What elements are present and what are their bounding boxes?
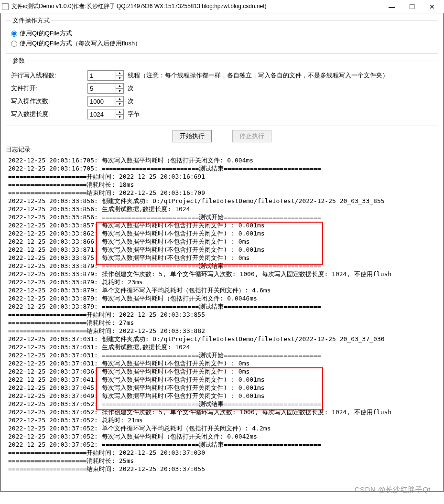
log-line: =====================消耗时长: 27ms	[7, 319, 437, 327]
log-line: 2022-12-25 20:03:37:031: 生成测试数据,数据长度: 10…	[7, 343, 437, 351]
log-line: 2022-12-25 20:03:37:052: 总耗时: 21ms	[7, 416, 437, 424]
log-line: 2022-12-25 20:03:33:879: 每次写入数据平均耗时（包括打开…	[7, 294, 437, 302]
spin-down-icon[interactable]: ▼	[116, 115, 123, 119]
log-line: 2022-12-25 20:03:33:879: 单个文件循环写入平均总耗时（包…	[7, 286, 437, 294]
spin-down-icon[interactable]: ▼	[116, 102, 123, 107]
log-line: =====================消耗时长: 25ms	[7, 457, 437, 465]
threads-note: 线程（注意：每个线程操作都一样，各自独立，写入各自的文件，不是多线程写入一个文件…	[128, 71, 389, 80]
stop-button[interactable]: 停止执行	[232, 130, 271, 142]
mode-qfile-flush-label: 使用Qt的QFile方式（每次写入后使用flush）	[20, 39, 141, 48]
mode-qfile-radio[interactable]	[11, 31, 17, 37]
spin-up-icon[interactable]: ▲	[116, 109, 123, 115]
len-spinbox[interactable]: ▲▼	[87, 109, 124, 119]
log-label: 日志记录	[6, 145, 438, 154]
close-button[interactable]: ✕	[422, 0, 442, 13]
mode-qfile-flush-radio[interactable]	[11, 41, 17, 47]
open-label: 文件打开:	[11, 84, 87, 93]
log-line: 2022-12-25 20:03:33:857: 每次写入数据平均耗时(不包含打…	[7, 221, 437, 229]
log-line: 2022-12-25 20:03:33:862: 每次写入数据平均耗时(不包含打…	[7, 229, 437, 237]
log-line: 2022-12-25 20:03:37:041: 每次写入数据平均耗时(不包含打…	[7, 375, 437, 384]
log-line: 2022-12-25 20:03:37:045: 每次写入数据平均耗时(不包含打…	[7, 384, 437, 392]
start-button[interactable]: 开始执行	[173, 130, 212, 142]
log-line: 2022-12-25 20:03:37:052: 单个文件循环写入平均总耗时（包…	[7, 424, 437, 432]
minimize-button[interactable]: —	[382, 0, 402, 13]
log-line: 2022-12-25 20:03:37:049: 每次写入数据平均耗时(不包含打…	[7, 392, 437, 400]
log-textarea[interactable]: 2022-12-25 20:03:16:705: 每次写入数据平均耗时（包括打开…	[6, 155, 438, 489]
log-line: =====================结束时间: 2022-12-25 20…	[7, 189, 437, 197]
threads-input[interactable]	[88, 71, 116, 80]
log-line: 2022-12-25 20:03:37:031: 创建文件夹成功: D:/qtP…	[7, 335, 437, 343]
log-line: 2022-12-25 20:03:33:879: 总耗时: 23ms	[7, 278, 437, 286]
threads-spinbox[interactable]: ▲▼	[87, 70, 124, 81]
params-group: 参数 并行写入线程数: ▲▼ 线程（注意：每个线程操作都一样，各自独立，写入各自…	[6, 56, 438, 126]
titlebar: 文件io测试Demo v1.0.0(作者:长沙红胖子 QQ:21497936 W…	[0, 0, 444, 13]
log-line: =====================结束时间: 2022-12-25 20…	[7, 327, 437, 335]
watermark: CSDN @长沙红胖子Qt	[355, 485, 431, 492]
spin-up-icon[interactable]: ▲	[116, 71, 123, 76]
app-icon	[2, 3, 9, 10]
open-input[interactable]	[88, 84, 116, 93]
spin-down-icon[interactable]: ▼	[116, 76, 123, 81]
log-line: 2022-12-25 20:03:33:879: ===============…	[7, 302, 437, 311]
log-line: 2022-12-25 20:03:33:856: ===============…	[7, 213, 437, 221]
spin-up-icon[interactable]: ▲	[116, 84, 123, 89]
log-line: =====================开始时间: 2022-12-25 20…	[7, 311, 437, 319]
spin-down-icon[interactable]: ▼	[116, 89, 123, 94]
log-line: 2022-12-25 20:03:33:856: 创建文件夹成功: D:/qtP…	[7, 197, 437, 205]
log-line: 2022-12-25 20:03:37:052: 每次写入数据平均耗时（包括打开…	[7, 432, 437, 440]
len-unit: 字节	[128, 110, 140, 118]
log-line: 2022-12-25 20:03:33:879: ===============…	[7, 262, 437, 270]
log-line: 2022-12-25 20:03:33:875: 每次写入数据平均耗时(不包含打…	[7, 254, 437, 262]
spin-up-icon[interactable]: ▲	[116, 97, 123, 102]
log-line: 2022-12-25 20:03:37:052: 操作创建文件次数: 5, 单个…	[7, 408, 437, 416]
log-line: 2022-12-25 20:03:37:031: 每次写入数据平均耗时(不包含打…	[7, 359, 437, 367]
log-line: 2022-12-25 20:03:33:856: 生成测试数据,数据长度: 10…	[7, 205, 437, 213]
log-line: 2022-12-25 20:03:33:871: 每次写入数据平均耗时(不包含打…	[7, 246, 437, 254]
log-line: 2022-12-25 20:03:37:031: ===============…	[7, 351, 437, 359]
writes-input[interactable]	[88, 97, 116, 106]
log-line: 2022-12-25 20:03:37:052: ===============…	[7, 400, 437, 408]
log-line: 2022-12-25 20:03:37:036: 每次写入数据平均耗时(不包含打…	[7, 367, 437, 375]
writes-unit: 次	[128, 97, 134, 106]
open-spinbox[interactable]: ▲▼	[87, 83, 124, 94]
writes-spinbox[interactable]: ▲▼	[87, 96, 124, 107]
log-line: =====================消耗时长: 18ms	[7, 181, 437, 189]
file-mode-group: 文件操作方式 使用Qt的QFile方式 使用Qt的QFile方式（每次写入后使用…	[6, 16, 438, 54]
mode-qfile-label: 使用Qt的QFile方式	[20, 29, 72, 38]
log-line: =====================开始时间: 2022-12-25 20…	[7, 172, 437, 181]
window-title: 文件io测试Demo v1.0.0(作者:长沙红胖子 QQ:21497936 W…	[11, 2, 382, 11]
log-line: 2022-12-25 20:03:37:052: ===============…	[7, 440, 437, 449]
log-line: 2022-12-25 20:03:33:866: 每次写入数据平均耗时(不包含打…	[7, 237, 437, 246]
log-line: =====================结束时间: 2022-12-25 20…	[7, 465, 437, 473]
open-unit: 次	[128, 84, 134, 93]
params-legend: 参数	[11, 56, 26, 65]
writes-label: 写入操作次数:	[11, 97, 87, 106]
len-input[interactable]	[88, 109, 116, 119]
log-line: 2022-12-25 20:03:16:705: 每次写入数据平均耗时（包括打开…	[7, 156, 437, 164]
threads-label: 并行写入线程数:	[11, 71, 87, 80]
log-line: 2022-12-25 20:03:33:879: 操作创建文件次数: 5, 单个…	[7, 270, 437, 278]
file-mode-legend: 文件操作方式	[11, 16, 51, 25]
len-label: 写入数据长度:	[11, 110, 87, 118]
log-line: =====================开始时间: 2022-12-25 20…	[7, 449, 437, 457]
maximize-button[interactable]: ☐	[402, 0, 422, 13]
log-line: 2022-12-25 20:03:16:705: ===============…	[7, 164, 437, 172]
